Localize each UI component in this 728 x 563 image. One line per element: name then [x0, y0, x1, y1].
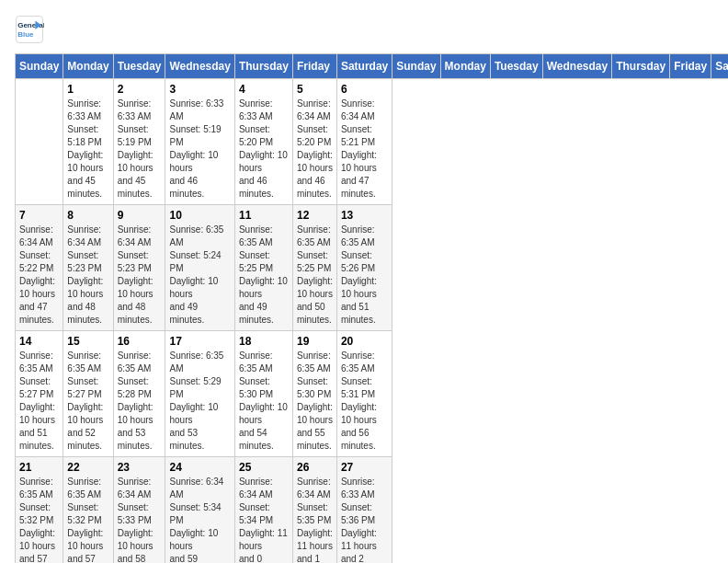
- day-number: 13: [341, 209, 388, 222]
- day-info: Sunrise: 6:33 AMSunset: 5:36 PMDaylight:…: [341, 476, 388, 563]
- day-number: 10: [169, 209, 230, 222]
- day-info: Sunrise: 6:35 AMSunset: 5:27 PMDaylight:…: [19, 350, 59, 453]
- day-info: Sunrise: 6:35 AMSunset: 5:25 PMDaylight:…: [297, 224, 333, 327]
- day-number: 18: [239, 335, 289, 348]
- day-number: 11: [239, 209, 289, 222]
- day-cell: 17Sunrise: 6:35 AMSunset: 5:29 PMDayligh…: [165, 331, 234, 457]
- day-cell: 8Sunrise: 6:34 AMSunset: 5:23 PMDaylight…: [63, 205, 113, 331]
- day-info: Sunrise: 6:33 AMSunset: 5:20 PMDaylight:…: [239, 98, 289, 201]
- day-cell: 27Sunrise: 6:33 AMSunset: 5:36 PMDayligh…: [336, 457, 392, 564]
- day-number: 1: [67, 83, 108, 96]
- week-row-1: 1Sunrise: 6:33 AMSunset: 5:18 PMDaylight…: [16, 79, 729, 205]
- day-cell: 3Sunrise: 6:33 AMSunset: 5:19 PMDaylight…: [165, 79, 234, 205]
- header-cell-monday: Monday: [440, 54, 490, 79]
- day-number: 9: [118, 209, 162, 222]
- day-cell: 10Sunrise: 6:35 AMSunset: 5:24 PMDayligh…: [165, 205, 234, 331]
- week-row-2: 7Sunrise: 6:34 AMSunset: 5:22 PMDaylight…: [16, 205, 729, 331]
- week-row-3: 14Sunrise: 6:35 AMSunset: 5:27 PMDayligh…: [16, 331, 729, 457]
- day-info: Sunrise: 6:34 AMSunset: 5:20 PMDaylight:…: [297, 98, 333, 201]
- header-cell-sunday: Sunday: [392, 54, 440, 79]
- day-cell: 15Sunrise: 6:35 AMSunset: 5:27 PMDayligh…: [63, 331, 113, 457]
- header-cell-wednesday: Wednesday: [542, 54, 611, 79]
- day-info: Sunrise: 6:35 AMSunset: 5:25 PMDaylight:…: [239, 224, 289, 327]
- day-info: Sunrise: 6:35 AMSunset: 5:32 PMDaylight:…: [19, 476, 59, 563]
- header-cell-friday: Friday: [670, 54, 711, 79]
- day-info: Sunrise: 6:33 AMSunset: 5:19 PMDaylight:…: [169, 98, 230, 201]
- day-number: 6: [341, 83, 388, 96]
- day-info: Sunrise: 6:34 AMSunset: 5:22 PMDaylight:…: [19, 224, 59, 327]
- day-cell: 14Sunrise: 6:35 AMSunset: 5:27 PMDayligh…: [16, 331, 63, 457]
- day-cell: 12Sunrise: 6:35 AMSunset: 5:25 PMDayligh…: [292, 205, 336, 331]
- day-number: 23: [118, 461, 162, 474]
- day-number: 26: [297, 461, 333, 474]
- day-info: Sunrise: 6:35 AMSunset: 5:32 PMDaylight:…: [67, 476, 108, 563]
- day-number: 17: [169, 335, 230, 348]
- header-cell-sunday: Sunday: [16, 54, 63, 79]
- day-number: 4: [239, 83, 289, 96]
- day-number: 8: [67, 209, 108, 222]
- day-info: Sunrise: 6:35 AMSunset: 5:24 PMDaylight:…: [169, 224, 230, 327]
- day-info: Sunrise: 6:33 AMSunset: 5:19 PMDaylight:…: [118, 98, 162, 201]
- header-cell-saturday: Saturday: [711, 54, 728, 79]
- logo: General Blue: [15, 15, 44, 44]
- logo-icon: General Blue: [15, 15, 44, 44]
- day-cell: 7Sunrise: 6:34 AMSunset: 5:22 PMDaylight…: [16, 205, 63, 331]
- week-row-4: 21Sunrise: 6:35 AMSunset: 5:32 PMDayligh…: [16, 457, 729, 564]
- header-cell-thursday: Thursday: [234, 54, 292, 79]
- day-info: Sunrise: 6:34 AMSunset: 5:35 PMDaylight:…: [297, 476, 333, 563]
- day-info: Sunrise: 6:34 AMSunset: 5:23 PMDaylight:…: [118, 224, 162, 327]
- day-info: Sunrise: 6:34 AMSunset: 5:21 PMDaylight:…: [341, 98, 388, 201]
- day-number: 20: [341, 335, 388, 348]
- day-info: Sunrise: 6:35 AMSunset: 5:30 PMDaylight:…: [297, 350, 333, 453]
- day-cell: 1Sunrise: 6:33 AMSunset: 5:18 PMDaylight…: [63, 79, 113, 205]
- day-cell: 24Sunrise: 6:34 AMSunset: 5:34 PMDayligh…: [165, 457, 234, 564]
- day-cell: 11Sunrise: 6:35 AMSunset: 5:25 PMDayligh…: [234, 205, 292, 331]
- day-number: 21: [19, 461, 59, 474]
- day-cell: 2Sunrise: 6:33 AMSunset: 5:19 PMDaylight…: [113, 79, 165, 205]
- day-cell: 21Sunrise: 6:35 AMSunset: 5:32 PMDayligh…: [16, 457, 63, 564]
- day-info: Sunrise: 6:35 AMSunset: 5:26 PMDaylight:…: [341, 224, 388, 327]
- day-info: Sunrise: 6:34 AMSunset: 5:33 PMDaylight:…: [118, 476, 162, 563]
- day-number: 5: [297, 83, 333, 96]
- day-cell: 6Sunrise: 6:34 AMSunset: 5:21 PMDaylight…: [336, 79, 392, 205]
- day-cell: 5Sunrise: 6:34 AMSunset: 5:20 PMDaylight…: [292, 79, 336, 205]
- day-cell: 20Sunrise: 6:35 AMSunset: 5:31 PMDayligh…: [336, 331, 392, 457]
- day-cell: 25Sunrise: 6:34 AMSunset: 5:34 PMDayligh…: [234, 457, 292, 564]
- header-cell-wednesday: Wednesday: [165, 54, 234, 79]
- day-info: Sunrise: 6:35 AMSunset: 5:30 PMDaylight:…: [239, 350, 289, 453]
- day-cell: 16Sunrise: 6:35 AMSunset: 5:28 PMDayligh…: [113, 331, 165, 457]
- day-info: Sunrise: 6:35 AMSunset: 5:27 PMDaylight:…: [67, 350, 108, 453]
- day-cell: [16, 79, 63, 205]
- day-number: 12: [297, 209, 333, 222]
- day-number: 14: [19, 335, 59, 348]
- day-info: Sunrise: 6:34 AMSunset: 5:34 PMDaylight:…: [169, 476, 230, 563]
- day-number: 19: [297, 335, 333, 348]
- day-number: 25: [239, 461, 289, 474]
- header-cell-tuesday: Tuesday: [490, 54, 542, 79]
- day-number: 24: [169, 461, 230, 474]
- day-info: Sunrise: 6:35 AMSunset: 5:29 PMDaylight:…: [169, 350, 230, 453]
- page-header: General Blue: [15, 15, 713, 44]
- day-cell: 19Sunrise: 6:35 AMSunset: 5:30 PMDayligh…: [292, 331, 336, 457]
- day-cell: 18Sunrise: 6:35 AMSunset: 5:30 PMDayligh…: [234, 331, 292, 457]
- day-cell: 26Sunrise: 6:34 AMSunset: 5:35 PMDayligh…: [292, 457, 336, 564]
- day-info: Sunrise: 6:33 AMSunset: 5:18 PMDaylight:…: [67, 98, 108, 201]
- day-info: Sunrise: 6:34 AMSunset: 5:34 PMDaylight:…: [239, 476, 289, 563]
- day-info: Sunrise: 6:35 AMSunset: 5:28 PMDaylight:…: [118, 350, 162, 453]
- header-row: SundayMondayTuesdayWednesdayThursdayFrid…: [16, 54, 729, 79]
- day-cell: 4Sunrise: 6:33 AMSunset: 5:20 PMDaylight…: [234, 79, 292, 205]
- header-cell-saturday: Saturday: [336, 54, 392, 79]
- day-info: Sunrise: 6:34 AMSunset: 5:23 PMDaylight:…: [67, 224, 108, 327]
- header-cell-friday: Friday: [292, 54, 336, 79]
- calendar-table: SundayMondayTuesdayWednesdayThursdayFrid…: [15, 53, 728, 563]
- day-info: Sunrise: 6:35 AMSunset: 5:31 PMDaylight:…: [341, 350, 388, 453]
- day-number: 3: [169, 83, 230, 96]
- day-cell: 22Sunrise: 6:35 AMSunset: 5:32 PMDayligh…: [63, 457, 113, 564]
- header-cell-thursday: Thursday: [612, 54, 670, 79]
- day-cell: 23Sunrise: 6:34 AMSunset: 5:33 PMDayligh…: [113, 457, 165, 564]
- header-cell-monday: Monday: [63, 54, 113, 79]
- day-number: 7: [19, 209, 59, 222]
- header-cell-tuesday: Tuesday: [113, 54, 165, 79]
- day-number: 22: [67, 461, 108, 474]
- day-cell: 9Sunrise: 6:34 AMSunset: 5:23 PMDaylight…: [113, 205, 165, 331]
